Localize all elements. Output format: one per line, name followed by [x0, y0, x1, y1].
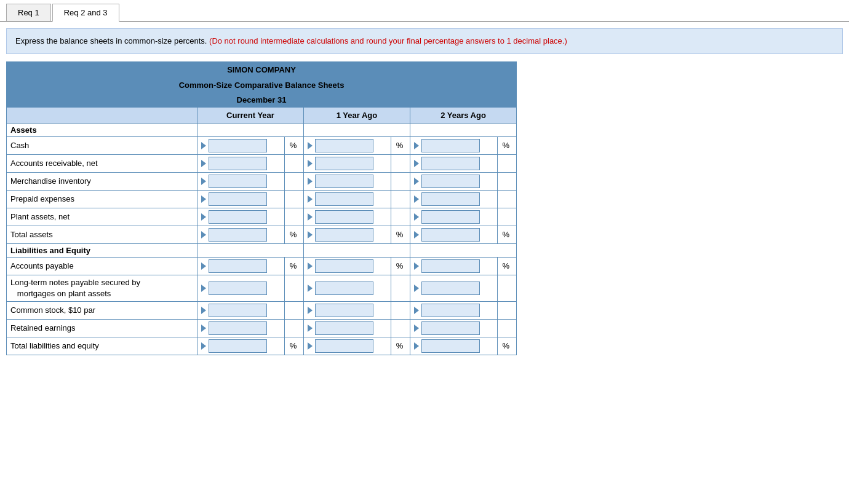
inv-cy-input-cell — [197, 172, 285, 190]
cash-2ya-pct: % — [503, 141, 510, 150]
ar-2ya-pct-cell — [497, 154, 516, 172]
plant-1ya-arrow — [308, 213, 313, 221]
tab-req1[interactable]: Req 1 — [6, 4, 51, 21]
plant-2ya-arrow — [414, 213, 419, 221]
prep-2ya-input[interactable] — [421, 192, 480, 206]
inv-1ya-input-cell — [303, 172, 391, 190]
inv-2ya-arrow — [414, 178, 419, 185]
cs-cy-input[interactable] — [209, 304, 267, 317]
ar-1ya-input[interactable] — [315, 157, 373, 170]
cash-cy-input-cell — [197, 136, 285, 154]
inv-2ya-input[interactable] — [421, 175, 480, 188]
tle-2ya-arrow — [414, 342, 419, 350]
row-ltnp: Long-term notes payable secured by mortg… — [7, 275, 517, 301]
table-subtitle: Common-Size Comparative Balance Sheets — [7, 77, 517, 92]
prep-cy-arrow — [201, 195, 206, 203]
cs-2ya-input[interactable] — [421, 304, 480, 317]
ta-1ya-arrow — [308, 231, 313, 238]
ta-cy-pct-cell: % — [284, 226, 303, 243]
ta-2ya-input[interactable] — [421, 228, 480, 242]
ap-1ya-input-cell — [303, 257, 391, 275]
tle-cy-input-cell — [197, 337, 285, 355]
tle-2ya-pct-cell: % — [497, 337, 516, 355]
ap-label: Accounts payable — [7, 257, 197, 275]
re-1ya-input[interactable] — [315, 321, 373, 335]
le-cy — [197, 243, 304, 257]
re-2ya-input[interactable] — [421, 321, 480, 335]
ap-1ya-input[interactable] — [315, 259, 373, 273]
ltnp-1ya-arrow — [308, 285, 313, 292]
cash-2ya-input[interactable] — [421, 139, 480, 152]
table-title-row: SIMON COMPANY — [7, 61, 517, 77]
row-total-le: Total liabilities and equity % % — [7, 337, 517, 355]
ap-cy-input[interactable] — [209, 259, 267, 273]
cash-cy-arrow — [201, 142, 206, 149]
tle-2ya-input[interactable] — [421, 339, 480, 353]
row-common-stock: Common stock, $10 par — [7, 301, 517, 319]
ta-cy-arrow — [201, 231, 206, 238]
ta-1ya-pct-cell: % — [391, 226, 410, 243]
inv-1ya-input[interactable] — [315, 175, 373, 188]
ltnp-1ya-pct-cell — [391, 275, 410, 301]
inv-cy-input[interactable] — [209, 175, 267, 188]
tle-cy-pct-cell: % — [284, 337, 303, 355]
re-2ya-pct-cell — [497, 319, 516, 337]
cs-2ya-input-cell — [410, 301, 497, 319]
ltnp-1ya-input[interactable] — [315, 282, 373, 295]
tab-req23[interactable]: Req 2 and 3 — [52, 4, 119, 22]
cash-cy-pct: % — [290, 141, 297, 150]
plant-cy-input[interactable] — [209, 210, 267, 224]
cs-2ya-pct-cell — [497, 301, 516, 319]
prep-1ya-pct-cell — [391, 190, 410, 208]
row-plant: Plant assets, net — [7, 208, 517, 226]
cash-cy-input[interactable] — [209, 139, 267, 152]
ltnp-cy-input[interactable] — [209, 282, 267, 295]
ta-cy-input[interactable] — [209, 228, 267, 242]
inventory-label: Merchandise inventory — [7, 172, 197, 190]
plant-cy-input-cell — [197, 208, 285, 226]
tle-1ya-input-cell — [303, 337, 391, 355]
ta-2ya-pct: % — [503, 230, 510, 239]
row-cash: Cash % % — [7, 136, 517, 154]
row-prepaid: Prepaid expenses — [7, 190, 517, 208]
ar-2ya-input[interactable] — [421, 157, 480, 170]
ap-cy-pct: % — [290, 261, 297, 270]
ap-2ya-pct-cell: % — [497, 257, 516, 275]
plant-2ya-pct-cell — [497, 208, 516, 226]
ar-cy-pct-cell — [284, 154, 303, 172]
liabilities-label: Liabilities and Equity — [7, 243, 197, 257]
prep-1ya-arrow — [308, 195, 313, 203]
cs-1ya-input[interactable] — [315, 304, 373, 317]
cs-1ya-arrow — [308, 307, 313, 314]
cs-1ya-pct-cell — [391, 301, 410, 319]
re-cy-pct-cell — [284, 319, 303, 337]
tle-1ya-input[interactable] — [315, 339, 373, 353]
plant-2ya-input[interactable] — [421, 210, 480, 224]
ltnp-2ya-input-cell — [410, 275, 497, 301]
prep-1ya-input[interactable] — [315, 192, 373, 206]
row-ap: Accounts payable % % — [7, 257, 517, 275]
cs-cy-arrow — [201, 307, 206, 314]
ta-1ya-input[interactable] — [315, 228, 373, 242]
ar-cy-input[interactable] — [209, 157, 267, 170]
ltnp-1ya-input-cell — [303, 275, 391, 301]
re-cy-input[interactable] — [209, 321, 267, 335]
ltnp-cy-input-cell — [197, 275, 285, 301]
total-assets-label: Total assets — [7, 226, 197, 243]
cash-label: Cash — [7, 136, 197, 154]
tle-cy-input[interactable] — [209, 339, 267, 353]
col-label-header — [7, 107, 197, 123]
cash-2ya-input-cell — [410, 136, 497, 154]
prep-2ya-input-cell — [410, 190, 497, 208]
plant-1ya-input[interactable] — [315, 210, 373, 224]
ta-1ya-pct: % — [396, 230, 404, 239]
prep-cy-input[interactable] — [209, 192, 267, 206]
ap-2ya-input[interactable] — [421, 259, 480, 273]
ap-1ya-arrow — [308, 262, 313, 270]
ltnp-2ya-input[interactable] — [421, 282, 480, 295]
tle-cy-arrow — [201, 342, 206, 350]
prep-cy-input-cell — [197, 190, 285, 208]
tle-1ya-arrow — [308, 342, 313, 350]
cash-1ya-input[interactable] — [315, 139, 373, 152]
cs-2ya-arrow — [414, 307, 419, 314]
